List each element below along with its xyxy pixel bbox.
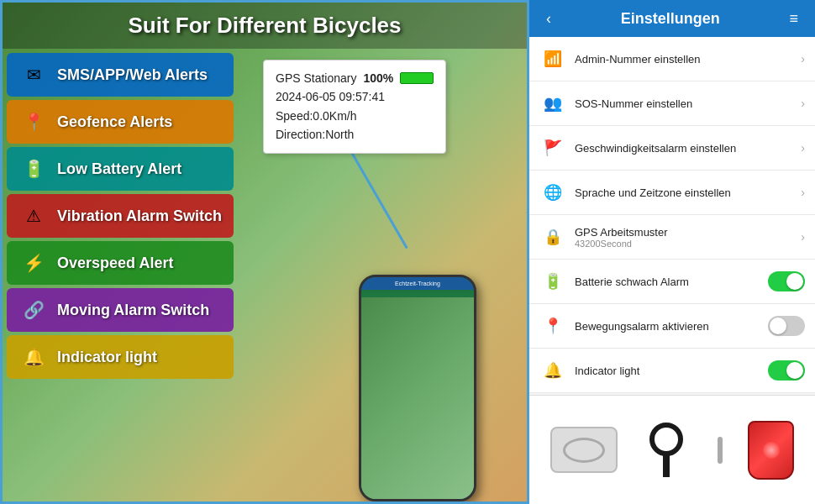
settings-item-gps[interactable]: 🔒GPS Arbeitsmuster43200Second› [529, 215, 815, 260]
battery-bar [400, 72, 434, 84]
cable-accessory [550, 427, 618, 473]
cable-inner [563, 438, 605, 463]
overspeed-icon: ⚡ [18, 248, 49, 278]
feature-item-sms[interactable]: ✉SMS/APP/Web Alerts [7, 53, 234, 97]
arrow-icon-speed: › [801, 141, 805, 155]
gps-icon: 🔒 [539, 223, 566, 250]
vibration-icon: ⚠ [18, 201, 49, 231]
settings-label-bewegung: Bewegungsalarm aktivieren [575, 320, 768, 333]
arrow-icon-sos: › [801, 97, 805, 110]
mount-stem [663, 452, 670, 477]
admin-icon: 📶 [539, 45, 566, 72]
feature-label-overspeed: Overspeed Alert [57, 255, 173, 272]
gps-speed: Speed:0.0Km/h [276, 107, 434, 125]
right-panel: ‹ Einstellungen ≡ 📶Admin-Nummer einstell… [529, 0, 815, 504]
settings-content-bewegung: Bewegungsalarm aktivieren [575, 320, 768, 333]
settings-item-admin[interactable]: 📶Admin-Nummer einstellen› [529, 37, 815, 81]
pin-shape [718, 437, 723, 464]
feature-label-geofence: Geofence Alerts [57, 113, 172, 131]
settings-sub-gps: 43200Second [575, 239, 796, 249]
sms-icon: ✉ [18, 60, 49, 90]
left-title: Suit For Different Bicycles [3, 3, 527, 49]
feature-item-geofence[interactable]: 📍Geofence Alerts [7, 100, 234, 144]
indicator-icon: 🔔 [18, 342, 49, 372]
arrow-icon-admin: › [801, 52, 805, 66]
red-light-shape [748, 421, 794, 480]
feature-item-indicator[interactable]: 🔔Indicator light [7, 335, 234, 379]
geofence-icon: 📍 [18, 107, 49, 137]
settings-content-gps: GPS Arbeitsmuster43200Second [575, 226, 796, 249]
phone-map [361, 297, 474, 499]
feature-item-vibration[interactable]: ⚠Vibration Alarm Switch [7, 194, 234, 238]
indicator-icon: 🔔 [539, 357, 566, 384]
settings-item-indicator[interactable]: 🔔Indicator light [529, 349, 815, 393]
accessories-section [529, 395, 815, 504]
settings-header: ‹ Einstellungen ≡ [529, 0, 815, 37]
feature-label-moving: Moving Alarm Switch [57, 302, 209, 319]
settings-title: Einstellungen [621, 10, 720, 28]
settings-label-gps: GPS Arbeitsmuster [575, 226, 796, 239]
features-list: ✉SMS/APP/Web Alerts📍Geofence Alerts🔋Low … [7, 53, 234, 379]
feature-item-moving[interactable]: 🔗Moving Alarm Switch [7, 288, 234, 332]
arrow-icon-language: › [801, 186, 805, 199]
battery-pct: 100% [364, 69, 394, 87]
phone-mockup: Echtzeit-Tracking [359, 275, 476, 501]
feature-label-indicator: Indicator light [57, 349, 157, 366]
toggle-knob-bewegung [770, 318, 786, 334]
settings-content-sos: SOS-Nummer einstellen [575, 97, 796, 110]
toggle-batterie[interactable] [768, 271, 805, 291]
menu-button[interactable]: ≡ [784, 8, 803, 29]
mount-shape [643, 423, 689, 477]
phone-header: Echtzeit-Tracking [361, 277, 474, 290]
settings-item-sos[interactable]: 👥SOS-Nummer einstellen› [529, 81, 815, 126]
settings-label-batterie: Batterie schwach Alarm [575, 276, 768, 288]
settings-list: 📶Admin-Nummer einstellen›👥SOS-Nummer ein… [529, 37, 815, 395]
settings-item-bewegung[interactable]: 📍Bewegungsalarm aktivieren [529, 304, 815, 349]
light-accessory [748, 421, 794, 480]
sos-icon: 👥 [539, 90, 566, 117]
batterie-icon: 🔋 [539, 268, 566, 295]
settings-content-batterie: Batterie schwach Alarm [575, 276, 768, 288]
toggle-knob-indicator [786, 362, 803, 379]
gps-direction: Direction:North [276, 125, 434, 144]
settings-content-speed: Geschwindigkeitsalarm einstellen [575, 142, 796, 155]
feature-label-sms: SMS/APP/Web Alerts [57, 66, 208, 84]
settings-content-indicator: Indicator light [575, 365, 768, 377]
gps-info-box: GPS Stationary 100% 2024-06-05 09:57:41 … [263, 60, 446, 154]
settings-item-batterie[interactable]: 🔋Batterie schwach Alarm [529, 260, 815, 304]
cable-shape [550, 427, 618, 473]
back-button[interactable]: ‹ [541, 8, 556, 29]
toggle-knob-batterie [786, 273, 803, 290]
settings-content-language: Sprache und Zeitzone einstellen [575, 186, 796, 199]
settings-item-speed[interactable]: 🚩Geschwindigkeitsalarm einstellen› [529, 126, 815, 171]
language-icon: 🌐 [539, 179, 566, 206]
settings-label-speed: Geschwindigkeitsalarm einstellen [575, 142, 796, 155]
feature-label-vibration: Vibration Alarm Switch [57, 207, 222, 225]
gps-status: GPS Stationary [276, 69, 357, 87]
settings-label-admin: Admin-Nummer einstellen [575, 53, 796, 66]
arrow-icon-gps: › [801, 230, 805, 244]
feature-item-overspeed[interactable]: ⚡Overspeed Alert [7, 241, 234, 285]
gps-datetime: 2024-06-05 09:57:41 [276, 87, 434, 106]
mount-accessory [643, 423, 689, 477]
phone-screen: Echtzeit-Tracking [361, 277, 474, 499]
feature-item-battery[interactable]: 🔋Low Battery Alert [7, 147, 234, 191]
settings-item-language[interactable]: 🌐Sprache und Zeitzone einstellen› [529, 171, 815, 215]
battery-icon: 🔋 [18, 154, 49, 184]
pin-accessory [714, 437, 723, 464]
toggle-indicator[interactable] [768, 360, 805, 381]
feature-label-battery: Low Battery Alert [57, 160, 181, 178]
mount-ring [649, 423, 683, 456]
speed-icon: 🚩 [539, 134, 566, 161]
settings-content-admin: Admin-Nummer einstellen [575, 53, 796, 66]
bewegung-icon: 📍 [539, 312, 566, 339]
red-light-dot [763, 442, 780, 459]
settings-label-sos: SOS-Nummer einstellen [575, 97, 796, 110]
settings-label-indicator: Indicator light [575, 365, 768, 377]
settings-label-language: Sprache und Zeitzone einstellen [575, 186, 796, 199]
moving-icon: 🔗 [18, 295, 49, 325]
left-panel: Suit For Different Bicycles ✉SMS/APP/Web… [0, 0, 529, 504]
toggle-bewegung[interactable] [768, 316, 805, 336]
